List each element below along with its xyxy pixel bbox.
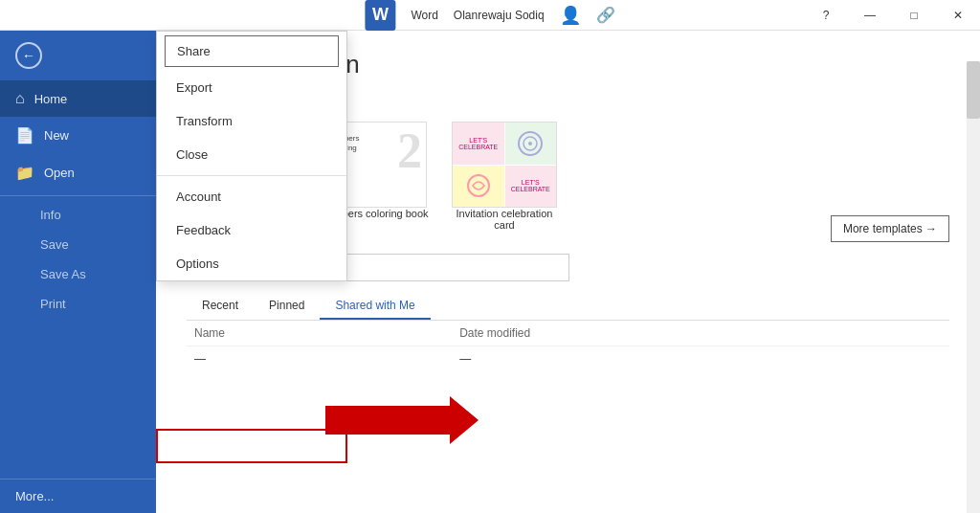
sidebar-home-label: Home [34, 92, 68, 106]
help-button[interactable]: ? [804, 0, 848, 31]
sidebar-open-label: Open [44, 166, 75, 180]
title-bar-controls: ? — □ ✕ [804, 0, 980, 31]
sidebar-item-new[interactable]: 📄 New [0, 117, 156, 154]
minimize-button[interactable]: — [848, 0, 892, 31]
red-arrow [325, 396, 479, 448]
invite-thumb: LET'S CELEBRATE LET'S CELEBRATE [452, 122, 557, 208]
open-icon: 📁 [15, 164, 34, 182]
title-bar: W Word Olanrewaju Sodiq 👤 🔗 ? — □ ✕ [0, 0, 980, 31]
template-invitation-label: Invitation celebration card [447, 208, 562, 231]
sidebar-item-print[interactable]: Print [0, 289, 156, 319]
dropdown-divider [157, 175, 346, 176]
scrollbar-thumb[interactable] [967, 61, 980, 119]
home-icon: ⌂ [15, 90, 25, 107]
user-name: Olanrewaju Sodiq [454, 9, 545, 22]
dropdown-menu: Share Export Transform Close Account Fee… [156, 31, 347, 281]
sidebar-item-save[interactable]: Save [0, 230, 156, 259]
dropdown-options[interactable]: Options [157, 247, 346, 280]
sidebar-item-home[interactable]: ⌂ Home [0, 80, 156, 117]
file-date: — [452, 346, 949, 372]
svg-point-2 [528, 142, 532, 145]
word-logo: W [365, 0, 395, 31]
invite-cell-3 [453, 166, 504, 208]
dropdown-transform[interactable]: Transform [157, 104, 346, 138]
file-name: — [187, 346, 452, 372]
sidebar-divider-1 [0, 195, 156, 196]
svg-marker-4 [325, 396, 479, 444]
user-icon[interactable]: 👤 [560, 5, 581, 26]
title-bar-center: W Word Olanrewaju Sodiq 👤 🔗 [365, 0, 614, 31]
table-row[interactable]: — — [187, 346, 949, 372]
files-table: Name Date modified — — [187, 321, 949, 371]
col-date: Date modified [452, 321, 949, 346]
svg-point-3 [468, 175, 489, 196]
template-invitation[interactable]: LET'S CELEBRATE LET'S CELEBRATE Invitati… [447, 122, 562, 231]
sidebar-more-button[interactable]: More... [0, 479, 156, 513]
app-body: ← ⌂ Home 📄 New 📁 Open Info Save Save As … [0, 31, 980, 513]
dropdown-feedback[interactable]: Feedback [157, 213, 346, 247]
scrollbar-track[interactable] [967, 61, 980, 513]
app-title: Word [411, 9, 437, 22]
person-network-icon[interactable]: 🔗 [596, 6, 615, 24]
tabs-row: Recent Pinned Shared with Me [187, 293, 949, 321]
dropdown-close[interactable]: Close [157, 138, 346, 171]
back-icon: ← [15, 42, 42, 69]
tab-recent[interactable]: Recent [187, 293, 254, 320]
tab-shared-with-me[interactable]: Shared with Me [320, 293, 430, 320]
new-icon: 📄 [15, 126, 34, 145]
dropdown-share[interactable]: Share [165, 35, 339, 67]
sidebar-item-save-as[interactable]: Save As [0, 259, 156, 289]
sidebar-new-label: New [44, 128, 69, 143]
sidebar-item-info[interactable]: Info [0, 200, 156, 230]
back-button[interactable]: ← [0, 31, 156, 80]
sidebar: ← ⌂ Home 📄 New 📁 Open Info Save Save As … [0, 31, 156, 513]
maximize-button[interactable]: □ [892, 0, 936, 31]
tab-pinned[interactable]: Pinned [254, 293, 320, 320]
close-button[interactable]: ✕ [936, 0, 980, 31]
dropdown-account[interactable]: Account [157, 180, 346, 213]
invite-cell-4: LET'S CELEBRATE [505, 166, 557, 208]
sidebar-item-open[interactable]: 📁 Open [0, 154, 156, 191]
numbers-big: 2 [397, 123, 422, 179]
dropdown-export[interactable]: Export [157, 71, 346, 104]
invite-cell-2 [505, 123, 557, 165]
more-templates-button[interactable]: More templates → [831, 215, 949, 242]
col-name: Name [187, 321, 452, 346]
invite-cell-1: LET'S CELEBRATE [453, 123, 504, 165]
